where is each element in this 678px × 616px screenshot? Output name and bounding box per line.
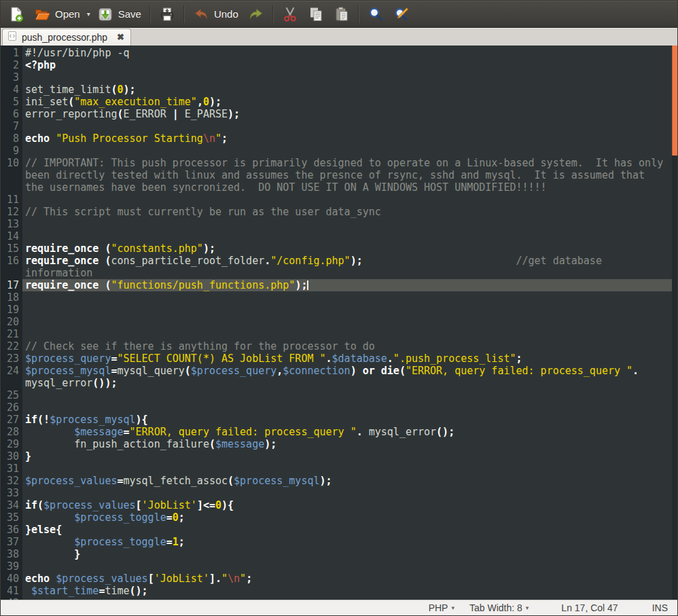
line-number: 29: [1, 438, 22, 450]
save-icon: [97, 6, 113, 22]
line-number: 28: [1, 426, 22, 438]
code-line[interactable]: 9: [1, 145, 672, 157]
open-recent-dropdown[interactable]: ▾: [85, 7, 92, 20]
code-line[interactable]: 24$process_mysql=mysql_query($process_qu…: [1, 365, 672, 389]
code-line[interactable]: 7: [1, 120, 672, 132]
cursor-position: Ln 17, Col 47: [561, 602, 618, 613]
line-number: 27: [1, 414, 22, 426]
document-tab[interactable]: push_processor.php ✖: [2, 29, 131, 46]
code-line[interactable]: 17require_once ("functions/push_function…: [1, 279, 672, 291]
code-line[interactable]: 14: [1, 230, 672, 242]
scrollbar-thumb[interactable]: [672, 46, 677, 156]
line-number: 34: [1, 499, 22, 511]
code-line[interactable]: 23$process_query="SELECT COUNT(*) AS Job…: [1, 352, 672, 365]
line-number: 13: [1, 218, 22, 230]
find-button[interactable]: [363, 3, 389, 25]
code-line[interactable]: 6error_reporting(E_ERROR | E_PARSE);: [1, 108, 672, 120]
code-line[interactable]: 18: [1, 291, 672, 304]
search-replace-icon: [393, 6, 410, 22]
code-line[interactable]: 26: [1, 401, 672, 414]
code-line[interactable]: 39: [1, 560, 672, 573]
line-number: 2: [1, 59, 22, 71]
chevron-down-icon: ▾: [87, 10, 90, 18]
chevron-down-icon: ▾: [451, 604, 454, 611]
close-icon[interactable]: ✖: [117, 32, 124, 42]
code-line[interactable]: 42: [1, 597, 672, 600]
open-button[interactable]: Open: [29, 3, 85, 25]
line-number: 1: [1, 47, 22, 59]
code-line[interactable]: 37 $process_toggle=1;: [1, 536, 672, 548]
language-selector[interactable]: PHP ▾: [429, 602, 454, 613]
code-line[interactable]: 30}: [1, 450, 672, 463]
line-number: 21: [1, 328, 22, 340]
line-number: 20: [1, 316, 22, 328]
tab-bar: push_processor.php ✖: [1, 28, 677, 46]
new-document-icon: [8, 6, 24, 22]
line-number: 24: [1, 365, 22, 389]
tab-width-label: Tab Width: 8: [469, 602, 522, 613]
code-line[interactable]: 32$process_values=mysql_fetch_assoc($pro…: [1, 475, 672, 487]
code-line[interactable]: 13: [1, 218, 672, 230]
undo-button-label: Undo: [214, 8, 238, 20]
copy-icon: [308, 6, 324, 22]
line-number: 16: [1, 255, 22, 279]
print-button[interactable]: [154, 3, 180, 25]
undo-button[interactable]: Undo: [188, 3, 243, 25]
toolbar-separator: [358, 5, 359, 23]
code-line[interactable]: 41 $start_time=time();: [1, 585, 672, 597]
code-line[interactable]: 33: [1, 487, 672, 499]
code-line[interactable]: 12// This script must currently be run a…: [1, 206, 672, 218]
code-line[interactable]: 1#!/usr/bin/php -q: [1, 47, 672, 59]
redo-button[interactable]: [243, 3, 269, 25]
paste-icon: [334, 6, 350, 22]
code-line[interactable]: 38 }: [1, 548, 672, 560]
code-line[interactable]: 21: [1, 328, 672, 340]
copy-button[interactable]: [303, 3, 329, 25]
line-number: 15: [1, 242, 22, 255]
code-line[interactable]: 28 $message="ERROR, query failed: proces…: [1, 426, 672, 438]
code-line[interactable]: 34if($process_values['JobList']<=0){: [1, 499, 672, 511]
save-button[interactable]: Save: [92, 3, 146, 25]
paste-button[interactable]: [329, 3, 355, 25]
line-number: 12: [1, 206, 22, 218]
gedit-window: Open ▾ Save: [0, 0, 678, 616]
line-number: 9: [1, 145, 22, 157]
code-line[interactable]: 20: [1, 316, 672, 328]
code-line[interactable]: 3: [1, 71, 672, 84]
vertical-scrollbar[interactable]: [672, 46, 677, 600]
code-line[interactable]: 16require_once (cons_particle_root_folde…: [1, 255, 672, 279]
toolbar-separator: [183, 5, 185, 23]
code-line[interactable]: 25: [1, 389, 672, 401]
line-number: 37: [1, 536, 22, 548]
code-line[interactable]: 5ini_set("max_execution_time",0);: [1, 96, 672, 108]
code-line[interactable]: 2<?php: [1, 59, 672, 71]
code-line[interactable]: 4set_time_limit(0);: [1, 84, 672, 96]
code-line[interactable]: 31: [1, 463, 672, 475]
line-number: 33: [1, 487, 22, 499]
line-number: 3: [1, 71, 22, 84]
find-replace-button[interactable]: [389, 3, 414, 25]
code-line[interactable]: 22// Check see if there is anything for …: [1, 340, 672, 352]
new-document-button[interactable]: [3, 3, 29, 25]
line-number: 19: [1, 304, 22, 316]
code-line[interactable]: 11: [1, 194, 672, 206]
code-line[interactable]: 8echo "Push Processor Starting\n";: [1, 132, 672, 145]
code-area[interactable]: 1#!/usr/bin/php -q2<?php34set_time_limit…: [1, 46, 672, 600]
cut-button[interactable]: [277, 3, 303, 25]
code-line[interactable]: 40echo $process_values['JobList']."\n";: [1, 573, 672, 585]
code-line[interactable]: 27if(!$process_mysql){: [1, 414, 672, 426]
line-number: 42: [1, 597, 22, 600]
tab-width-selector[interactable]: Tab Width: 8 ▾: [469, 602, 529, 613]
status-bar: PHP ▾ Tab Width: 8 ▾ Ln 17, Col 47 INS: [1, 600, 677, 615]
code-line[interactable]: 10// IMPORTANT: This push processor is p…: [1, 157, 672, 194]
line-number: 32: [1, 475, 22, 487]
code-line[interactable]: 29 fn_push_action_failure($message);: [1, 438, 672, 450]
code-line[interactable]: 15require_once ("constants.php");: [1, 242, 672, 255]
line-number: 8: [1, 132, 22, 145]
line-number: 4: [1, 84, 22, 96]
code-line[interactable]: 35 $process_toggle=0;: [1, 511, 672, 524]
open-folder-icon: [34, 6, 50, 22]
code-line[interactable]: 36}else{: [1, 524, 672, 536]
toolbar-separator: [272, 5, 274, 23]
code-line[interactable]: 19: [1, 304, 672, 316]
